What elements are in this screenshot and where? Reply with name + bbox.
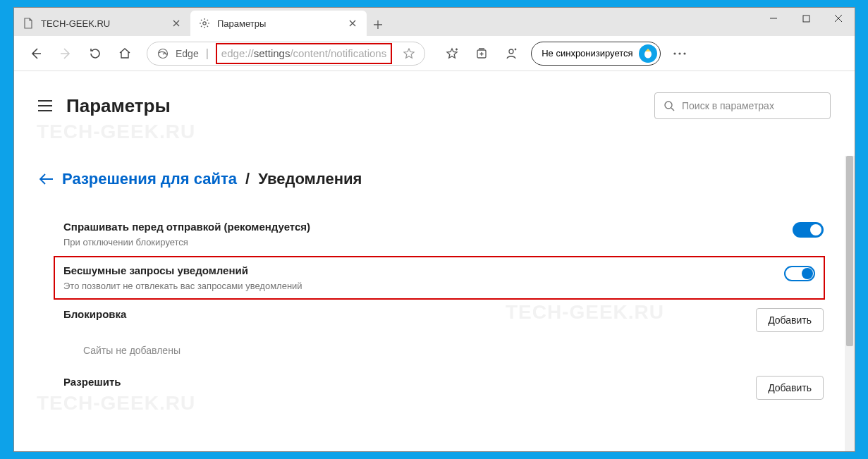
edge-label: Edge xyxy=(176,48,199,59)
sync-label: Не синхронизируется xyxy=(542,48,632,59)
url-highlight-box: edge:// settings / content / notificatio… xyxy=(216,43,392,64)
tab-inactive[interactable]: TECH-GEEK.RU xyxy=(14,11,190,36)
minimize-button[interactable] xyxy=(757,8,790,29)
breadcrumb-current: Уведомления xyxy=(258,170,362,188)
back-button[interactable] xyxy=(23,40,49,67)
separator: | xyxy=(206,47,209,60)
favorite-star-icon[interactable] xyxy=(403,48,415,59)
close-window-button[interactable] xyxy=(822,8,855,29)
scrollbar-thumb[interactable] xyxy=(846,156,853,346)
setting-ask-before-sending: Спрашивать перед отправкой (рекомендуетс… xyxy=(63,212,824,256)
setting-subtitle: Это позволит не отвлекать вас запросами … xyxy=(63,281,302,291)
browser-window: TECH-GEEK.RU Параметры xyxy=(13,7,855,452)
setting-title: Разрешить xyxy=(63,376,121,388)
page-title: Параметры xyxy=(66,95,171,117)
url-seg: content xyxy=(293,47,328,59)
url-seg: notifications xyxy=(331,47,386,59)
forward-button xyxy=(52,40,79,67)
close-icon[interactable] xyxy=(171,18,182,29)
search-icon xyxy=(664,100,675,111)
maximize-button[interactable] xyxy=(790,8,822,29)
gear-icon xyxy=(199,18,210,29)
tab-title: Параметры xyxy=(217,18,340,29)
setting-subtitle: При отключении блокируется xyxy=(63,237,310,247)
svg-point-8 xyxy=(683,52,685,54)
breadcrumb-separator: / xyxy=(245,170,250,188)
collections-icon[interactable] xyxy=(467,39,496,68)
home-button[interactable] xyxy=(111,40,138,67)
favorites-icon[interactable] xyxy=(438,39,466,68)
menu-icon[interactable] xyxy=(38,100,52,111)
tab-title: TECH-GEEK.RU xyxy=(41,18,164,29)
search-input[interactable] xyxy=(682,100,821,111)
search-box[interactable] xyxy=(654,92,831,119)
breadcrumb: Разрешения для сайта / Уведомления xyxy=(38,170,831,188)
add-button-allow[interactable]: Добавить xyxy=(756,376,824,400)
settings-list: Спрашивать перед отправкой (рекомендуетс… xyxy=(38,212,831,400)
profile-icon[interactable] xyxy=(497,39,525,68)
block-empty-message: Сайты не добавлены xyxy=(83,345,824,356)
setting-title: Бесшумные запросы уведомлений xyxy=(63,264,302,276)
refresh-button[interactable] xyxy=(82,40,109,67)
scrollbar[interactable] xyxy=(845,156,855,451)
new-tab-button[interactable] xyxy=(367,13,389,36)
close-icon[interactable] xyxy=(347,18,358,29)
sync-status-pill[interactable]: Не синхронизируется xyxy=(531,42,660,66)
svg-point-9 xyxy=(665,102,672,109)
url-seg: edge:// xyxy=(221,47,254,59)
tab-strip: TECH-GEEK.RU Параметры xyxy=(14,8,855,36)
toggle-quiet[interactable] xyxy=(784,266,815,281)
setting-quiet-requests: Бесшумные запросы уведомлений Это позвол… xyxy=(54,256,825,300)
toolbar: Edge | edge:// settings / content / noti… xyxy=(14,36,855,71)
address-bar[interactable]: Edge | edge:// settings / content / noti… xyxy=(147,42,425,66)
back-arrow-icon[interactable] xyxy=(38,173,54,185)
add-button-block[interactable]: Добавить xyxy=(756,308,824,332)
svg-rect-1 xyxy=(803,16,809,22)
edge-logo-icon xyxy=(157,48,169,59)
more-icon[interactable] xyxy=(666,40,693,67)
page-header: Параметры xyxy=(38,92,831,119)
tab-active[interactable]: Параметры xyxy=(190,11,367,36)
svg-point-7 xyxy=(678,52,680,54)
svg-point-5 xyxy=(644,50,652,58)
page-content: TECH-GEEK.RU TECH-GEEK.RU TECH-GEEK.RU П… xyxy=(14,71,855,451)
setting-allow: Разрешить Добавить xyxy=(63,367,824,400)
svg-point-6 xyxy=(673,52,676,54)
window-controls xyxy=(757,8,855,29)
setting-block: Блокировка Добавить xyxy=(63,300,824,341)
url-seg: settings xyxy=(254,47,291,59)
avatar xyxy=(639,44,657,63)
setting-title: Спрашивать перед отправкой (рекомендуетс… xyxy=(63,221,310,233)
setting-title: Блокировка xyxy=(63,308,126,320)
toggle-ask[interactable] xyxy=(793,222,824,238)
page-icon xyxy=(23,18,34,29)
breadcrumb-link[interactable]: Разрешения для сайта xyxy=(62,170,237,188)
svg-point-4 xyxy=(509,49,513,54)
toolbar-icons xyxy=(438,39,525,68)
svg-point-0 xyxy=(203,22,206,25)
